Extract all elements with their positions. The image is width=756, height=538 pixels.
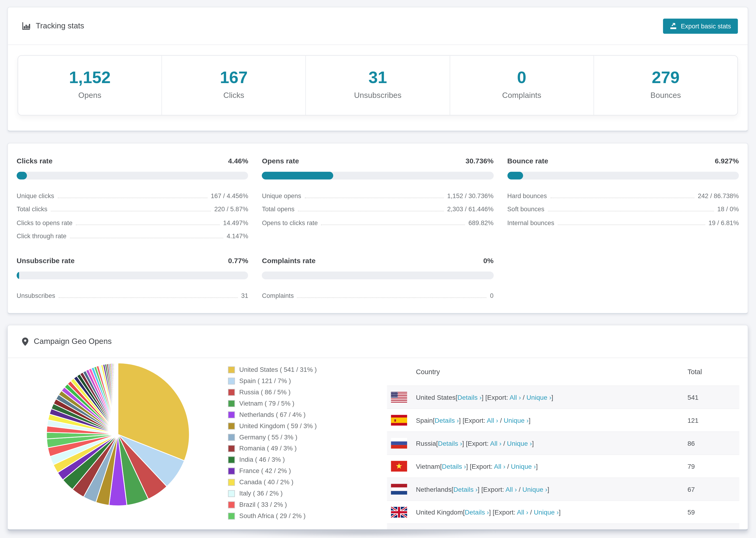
metric-label: Internal bounces bbox=[507, 219, 554, 227]
rate-header: Unsubscribe rate0.77% bbox=[17, 257, 248, 265]
export-unique-link[interactable]: Unique › bbox=[522, 485, 547, 493]
legend-swatch bbox=[228, 467, 235, 474]
metric-value: 167 / 4.456% bbox=[211, 192, 248, 200]
export-all-link[interactable]: All › bbox=[490, 440, 501, 447]
legend-swatch bbox=[228, 377, 235, 384]
details-link[interactable]: Details › bbox=[438, 440, 462, 447]
export-unique-link[interactable]: Unique › bbox=[511, 463, 536, 470]
legend-swatch bbox=[228, 434, 235, 441]
geo-body: United States ( 541 / 31% )Spain ( 121 /… bbox=[8, 358, 747, 531]
country-name: Vietnam bbox=[416, 463, 440, 470]
rate-value: 0.77% bbox=[228, 257, 248, 265]
export-unique-link[interactable]: Unique › bbox=[504, 417, 528, 424]
metric-label: Unsubscribes bbox=[17, 292, 55, 299]
stat-label: Bounces bbox=[650, 91, 681, 100]
rate-progressbar bbox=[262, 272, 494, 279]
metric-row: Clicks to opens rate14.497% bbox=[17, 213, 248, 227]
country-name: United States bbox=[416, 394, 456, 401]
rate-title: Opens rate bbox=[262, 157, 299, 165]
metric-label: Clicks to opens rate bbox=[17, 219, 73, 227]
summary-stat-box: 31Unsubscribes bbox=[305, 56, 449, 115]
total-value: 86 bbox=[687, 440, 739, 447]
rate-block-clicks-rate: Clicks rate4.46%Unique clicks167 / 4.456… bbox=[17, 157, 248, 240]
metric-value: 14.497% bbox=[223, 219, 248, 227]
table-row: Germany[Details ›] [Export: All › / Uniq… bbox=[387, 523, 739, 531]
export-unique-link[interactable]: Unique › bbox=[526, 394, 551, 401]
legend-label: Spain ( 121 / 7% ) bbox=[239, 377, 291, 385]
metric-row: Total clicks220 / 5.87% bbox=[17, 200, 248, 213]
metric-label: Soft bounces bbox=[507, 205, 544, 213]
rate-block-complaints-rate: Complaints rate0%Complaints0 bbox=[262, 257, 494, 299]
rate-metrics: Unique clicks167 / 4.456%Total clicks220… bbox=[17, 187, 248, 240]
rate-progress-fill bbox=[507, 172, 523, 180]
legend-label: Romania ( 49 / 3% ) bbox=[239, 445, 297, 452]
legend-item: United Kingdom ( 59 / 3% ) bbox=[228, 422, 387, 430]
dotted-leader bbox=[297, 297, 487, 297]
rate-header: Complaints rate0% bbox=[262, 257, 494, 265]
legend-item: Italy ( 36 / 2% ) bbox=[228, 490, 387, 497]
country-name: United Kingdom bbox=[416, 509, 463, 516]
metric-value: 1,152 / 30.736% bbox=[447, 192, 494, 200]
legend-swatch bbox=[228, 389, 235, 396]
rate-title: Clicks rate bbox=[17, 157, 53, 165]
export-all-link[interactable]: All › bbox=[494, 463, 505, 470]
rate-progressbar bbox=[507, 172, 739, 180]
metric-row: Hard bounces242 / 86.738% bbox=[507, 187, 739, 200]
legend-label: United States ( 541 / 31% ) bbox=[239, 366, 317, 373]
metric-label: Click through rate bbox=[17, 232, 67, 240]
export-unique-link[interactable]: Unique › bbox=[507, 440, 532, 447]
legend-label: Brazil ( 33 / 2% ) bbox=[239, 501, 287, 508]
legend-swatch bbox=[228, 422, 235, 429]
country-cell: Netherlands[Details ›] [Export: All › / … bbox=[416, 485, 687, 493]
stat-value: 0 bbox=[517, 68, 526, 87]
country-name: Russia bbox=[416, 440, 436, 447]
metric-row: Complaints0 bbox=[262, 286, 494, 299]
metric-value: 689.82% bbox=[468, 219, 494, 227]
export-all-link[interactable]: All › bbox=[487, 417, 498, 424]
legend-item: Germany ( 55 / 3% ) bbox=[228, 434, 387, 441]
metric-label: Hard bounces bbox=[507, 192, 547, 200]
total-value: 79 bbox=[687, 463, 739, 470]
legend-label: South Africa ( 29 / 2% ) bbox=[239, 512, 306, 519]
legend-swatch bbox=[228, 411, 235, 418]
details-link[interactable]: Details › bbox=[442, 463, 466, 470]
export-all-link[interactable]: All › bbox=[506, 485, 517, 493]
stat-label: Clicks bbox=[223, 91, 244, 100]
rate-metrics: Unsubscribes31 bbox=[17, 286, 248, 299]
summary-stat-box: 1,152Opens bbox=[18, 56, 162, 115]
metric-row: Soft bounces18 / 0% bbox=[507, 200, 739, 213]
rate-value: 6.927% bbox=[715, 157, 739, 165]
rate-progressbar bbox=[17, 172, 248, 180]
table-row: Vietnam[Details ›] [Export: All › / Uniq… bbox=[387, 455, 739, 477]
details-link[interactable]: Details › bbox=[453, 485, 477, 493]
metric-row: Click through rate4.147% bbox=[17, 227, 248, 240]
summary-stat-box: 0Complaints bbox=[449, 56, 593, 115]
export-all-link[interactable]: All › bbox=[517, 509, 528, 516]
dotted-leader bbox=[58, 197, 207, 198]
metric-row: Internal bounces19 / 6.81% bbox=[507, 213, 739, 227]
flag-vn-icon bbox=[391, 461, 407, 471]
rate-progressbar bbox=[262, 172, 494, 180]
country-cell: Spain[Details ›] [Export: All › / Unique… bbox=[416, 417, 687, 424]
export-unique-link[interactable]: Unique › bbox=[534, 509, 559, 516]
details-link[interactable]: Details › bbox=[465, 509, 489, 516]
page-bottom-shadow bbox=[230, 531, 497, 537]
table-row: United Kingdom[Details ›] [Export: All ›… bbox=[387, 501, 739, 523]
legend-label: United Kingdom ( 59 / 3% ) bbox=[239, 422, 317, 430]
rate-progress-fill bbox=[17, 272, 19, 279]
export-basic-stats-button[interactable]: Export basic stats bbox=[663, 18, 738, 33]
tracking-stats-card: Tracking stats Export basic stats 1,152O… bbox=[7, 7, 748, 132]
dotted-leader bbox=[321, 224, 465, 225]
export-all-link[interactable]: All › bbox=[510, 394, 521, 401]
summary-stats-group: 1,152Opens167Clicks31Unsubscribes0Compla… bbox=[18, 55, 738, 116]
details-link[interactable]: Details › bbox=[435, 417, 459, 424]
rate-metrics: Unique opens1,152 / 30.736%Total opens2,… bbox=[262, 187, 494, 227]
metric-value: 220 / 5.87% bbox=[214, 205, 248, 213]
legend-label: Italy ( 36 / 2% ) bbox=[239, 490, 283, 497]
rate-block-bounce-rate: Bounce rate6.927%Hard bounces242 / 86.73… bbox=[507, 157, 739, 240]
legend-item: Russia ( 86 / 5% ) bbox=[228, 389, 387, 396]
flag-ru-icon bbox=[391, 438, 407, 449]
flag-nl-icon bbox=[391, 484, 407, 495]
country-cell: Russia[Details ›] [Export: All › / Uniqu… bbox=[416, 440, 687, 447]
details-link[interactable]: Details › bbox=[458, 394, 482, 401]
